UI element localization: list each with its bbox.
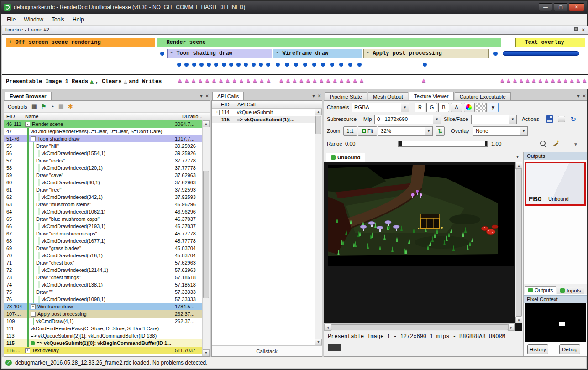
channel-r-button[interactable]: R bbox=[415, 103, 425, 112]
event-row[interactable]: 63Draw "mushroom stems"46.96296 bbox=[4, 201, 202, 208]
expander-icon[interactable]: + bbox=[31, 304, 36, 309]
event-row[interactable]: 56vkCmdDrawIndexed(1554,1)39.25926 bbox=[4, 150, 202, 157]
timeline-block-toon[interactable]: - Toon shading draw bbox=[167, 49, 272, 58]
timeline-close-icon[interactable]: ✕ bbox=[582, 27, 585, 32]
range-options-icon[interactable]: ▾ bbox=[574, 141, 577, 147]
texture-horizontal-scrollbar[interactable]: ◄ ► bbox=[324, 323, 515, 331]
texture-list-dropdown-icon[interactable]: ▾ bbox=[516, 154, 519, 159]
event-row[interactable]: 113=> vkQueueSubmit(2)[1]: vkEndCommandB… bbox=[4, 332, 202, 339]
event-row[interactable]: 61Draw "tree"37.92593 bbox=[4, 186, 202, 193]
channel-b-button[interactable]: B bbox=[438, 103, 449, 112]
expander-icon[interactable]: - bbox=[25, 122, 30, 127]
event-row[interactable]: 64vkCmdDrawIndexed(1062,1)46.96296 bbox=[4, 208, 202, 215]
tab-event-browser[interactable]: Event Browser bbox=[5, 92, 52, 101]
sliceface-select[interactable] bbox=[471, 115, 517, 124]
timeline-block-render-scene[interactable]: - Render scene bbox=[157, 38, 501, 47]
panel-dropdown-icon[interactable]: ▾ bbox=[578, 94, 580, 99]
texture-image[interactable] bbox=[328, 165, 514, 266]
channel-g-button[interactable]: G bbox=[426, 103, 437, 112]
menu-tools[interactable]: Tools bbox=[47, 15, 68, 25]
column-name[interactable]: Name bbox=[25, 114, 181, 119]
expander-icon[interactable]: - bbox=[31, 136, 36, 141]
event-row[interactable]: 70vkCmdDrawIndexed(516,1)45.03704 bbox=[4, 252, 202, 259]
event-row[interactable]: 72vkCmdDrawIndexed(12144,1)57.62963 bbox=[4, 266, 202, 274]
event-row[interactable]: 75Draw ""57.33333 bbox=[4, 288, 202, 296]
flip-y-icon[interactable]: ⇅ bbox=[436, 126, 445, 136]
pin-icon[interactable] bbox=[573, 27, 578, 32]
maximize-button[interactable]: ▢ bbox=[554, 3, 567, 11]
tab-api-calls[interactable]: API Calls bbox=[212, 92, 244, 101]
bookmark-icon[interactable]: ✱ bbox=[68, 104, 73, 109]
event-row[interactable]: 116-...+Text overlay511.7037 bbox=[4, 347, 202, 354]
menu-help[interactable]: Help bbox=[68, 15, 88, 25]
color-wheel-icon[interactable] bbox=[464, 103, 475, 112]
zoom-select[interactable]: 32% bbox=[378, 126, 433, 136]
current-event-flag-icon[interactable]: ⚑ bbox=[41, 104, 47, 109]
debug-button[interactable]: Debug bbox=[559, 344, 580, 354]
channel-a-button[interactable]: A bbox=[451, 103, 462, 112]
texture-vertical-scrollbar[interactable]: ▲ ▼ bbox=[515, 162, 522, 323]
history-button[interactable]: History bbox=[527, 344, 548, 354]
panel-dropdown-icon[interactable]: ▾ bbox=[313, 94, 315, 99]
event-row[interactable]: 73Draw "chest fittings"57.18518 bbox=[4, 274, 202, 281]
event-row[interactable]: 111vkCmdEndRenderPass(C=Store, D=Store, … bbox=[4, 325, 202, 332]
channels-select[interactable]: RGBA bbox=[352, 103, 409, 112]
time-draws-icon[interactable]: ◔ bbox=[51, 104, 54, 109]
event-row[interactable]: 46-111-Render scene3064.7... bbox=[4, 120, 202, 128]
zoom-1to1-button[interactable]: 1:1 bbox=[343, 126, 357, 136]
zoom-range-icon[interactable] bbox=[540, 140, 547, 147]
fit-button[interactable]: Fit bbox=[358, 126, 377, 136]
timeline-block-wireframe[interactable]: - Wireframe draw bbox=[273, 49, 362, 58]
event-row[interactable]: 58vkCmdDrawIndexed(120,1)37.77778 bbox=[4, 164, 202, 172]
stats-icon[interactable]: ▤ bbox=[58, 104, 64, 109]
event-row[interactable]: 71Draw "chest box"57.62963 bbox=[4, 259, 202, 266]
event-row[interactable]: 66vkCmdDrawIndexed(2193,1)46.37037 bbox=[4, 223, 202, 230]
expander-icon[interactable]: + bbox=[25, 348, 30, 353]
timeline-body[interactable]: + Off-screen scene rendering - Render sc… bbox=[2, 35, 588, 74]
panel-close-icon[interactable]: ✕ bbox=[318, 94, 321, 99]
tab-mesh-output[interactable]: Mesh Output bbox=[368, 92, 408, 101]
tab-pipeline-state[interactable]: Pipeline State bbox=[325, 92, 367, 101]
timeline-block-offscreen[interactable]: + Off-screen scene rendering bbox=[6, 38, 155, 47]
tab-capture-executable[interactable]: Capture Executable bbox=[455, 92, 511, 101]
api-row[interactable]: +114vkQueueSubmit bbox=[212, 109, 315, 116]
column-api-call[interactable]: API Call bbox=[237, 102, 322, 107]
event-row[interactable]: 65Draw "blue mushroom caps"46.37037 bbox=[4, 215, 202, 223]
pixel-context-view[interactable] bbox=[525, 303, 586, 342]
column-eid[interactable]: EID bbox=[4, 114, 25, 119]
event-row[interactable]: 115=> vkQueueSubmit(1)[0]: vkBeginComman… bbox=[4, 339, 202, 347]
panel-close-icon[interactable]: ✕ bbox=[583, 94, 586, 99]
event-row[interactable]: 59Draw "cave"37.62963 bbox=[4, 172, 202, 179]
autofit-wand-icon[interactable] bbox=[552, 140, 560, 147]
timeline-block-text-overlay[interactable]: - Text overlay bbox=[515, 38, 585, 47]
event-row[interactable]: 60vkCmdDrawIndexed(60,1)37.62963 bbox=[4, 179, 202, 186]
callstack-label[interactable]: Callstack bbox=[212, 345, 322, 356]
save-icon[interactable] bbox=[546, 115, 553, 123]
event-row[interactable]: 107-...-Apply post processing262.37... bbox=[4, 310, 202, 318]
gamma-button[interactable]: γ bbox=[488, 103, 499, 112]
expander-icon[interactable]: - bbox=[31, 312, 36, 317]
fb0-thumbnail[interactable]: FB0 Unbound bbox=[525, 162, 586, 206]
menu-file[interactable]: File bbox=[3, 15, 20, 25]
panel-close-icon[interactable]: ✕ bbox=[205, 94, 209, 99]
tab-outputs[interactable]: Outputs bbox=[525, 286, 556, 294]
refresh-icon[interactable]: ↻ bbox=[571, 115, 576, 123]
event-row[interactable]: 109vkCmdDraw(4,1)262.37... bbox=[4, 318, 202, 325]
event-row[interactable]: 67Draw "red mushroom caps"45.77778 bbox=[4, 230, 202, 237]
event-row[interactable]: 69Draw "grass blades"45.03704 bbox=[4, 245, 202, 252]
columns-icon[interactable]: ▦ bbox=[31, 104, 37, 109]
texture-display[interactable]: ▲ ▼ ◄ ► bbox=[324, 162, 522, 331]
event-row[interactable]: 57Draw "rocks"37.77778 bbox=[4, 157, 202, 164]
event-row[interactable]: 51-76-Toon shading draw1017.7... bbox=[4, 135, 202, 142]
event-row[interactable]: 76vkCmdDrawIndexed(1098,1)57.33333 bbox=[4, 296, 202, 303]
event-row[interactable]: 55Draw "hill"39.25926 bbox=[4, 142, 202, 150]
column-eid[interactable]: EID bbox=[212, 102, 237, 107]
column-duration[interactable]: Duratio... bbox=[181, 114, 210, 119]
range-slider[interactable] bbox=[398, 141, 488, 147]
mip-select[interactable]: 0 - 1272x690 bbox=[374, 115, 441, 124]
tab-texture-viewer[interactable]: Texture Viewer bbox=[409, 92, 454, 101]
api-calls-scrollbar[interactable]: ▲ ▼ bbox=[315, 109, 322, 345]
event-row[interactable]: 78-104+Wireframe draw1784.5... bbox=[4, 303, 202, 310]
event-browser-scrollbar[interactable]: ▲ ▼ bbox=[202, 120, 210, 356]
close-button[interactable]: ✕ bbox=[569, 3, 584, 11]
